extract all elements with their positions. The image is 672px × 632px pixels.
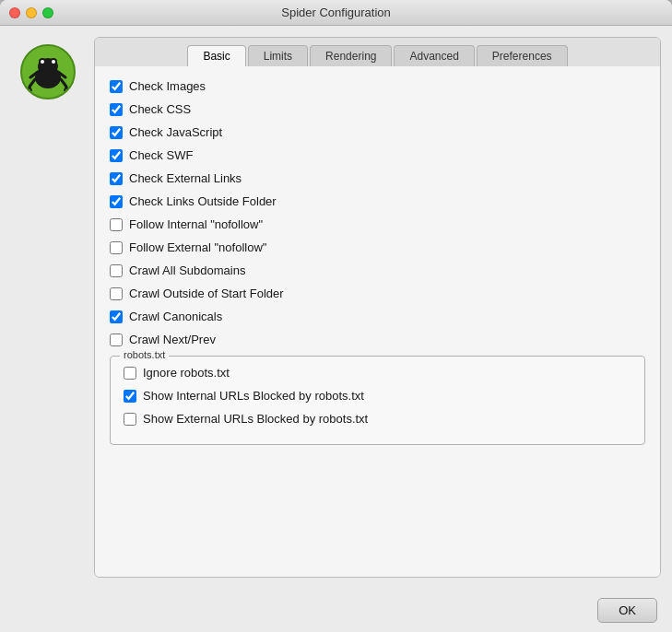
svg-line-7	[61, 79, 66, 87]
tab-content-basic: Check Images Check CSS Check JavaScript …	[95, 66, 660, 577]
label-show-external-blocked: Show External URLs Blocked by robots.txt	[143, 412, 368, 426]
traffic-lights	[9, 7, 53, 18]
label-check-swf: Check SWF	[129, 148, 193, 162]
label-check-external-links: Check External Links	[129, 171, 242, 185]
svg-point-5	[52, 60, 55, 64]
tab-limits[interactable]: Limits	[248, 45, 308, 66]
checkbox-check-links-outside-folder[interactable]	[110, 195, 123, 208]
checkbox-row-follow-internal-nofollow: Follow Internal "nofollow"	[110, 217, 645, 231]
svg-line-11	[66, 87, 68, 90]
checkbox-crawl-all-subdomains[interactable]	[110, 264, 123, 277]
footer: OK	[0, 589, 672, 632]
frog-icon	[26, 50, 70, 94]
checkbox-crawl-outside-start-folder[interactable]	[110, 287, 123, 300]
main-window: Spider Configuration	[0, 0, 672, 632]
title-bar: Spider Configuration	[0, 0, 672, 26]
checkbox-row-crawl-all-subdomains: Crawl All Subdomains	[110, 263, 645, 277]
checkbox-row-check-external-links: Check External Links	[110, 171, 645, 185]
label-follow-external-nofollow: Follow External "nofollow"	[129, 240, 266, 254]
checkbox-row-crawl-next-prev: Crawl Next/Prev	[110, 333, 645, 346]
label-crawl-all-subdomains: Crawl All Subdomains	[129, 263, 245, 277]
checkbox-row-check-css: Check CSS	[110, 102, 645, 116]
checkbox-follow-external-nofollow[interactable]	[110, 241, 123, 254]
window-title: Spider Configuration	[281, 6, 391, 19]
svg-line-6	[29, 79, 35, 87]
checkbox-row-show-external-blocked: Show External URLs Blocked by robots.txt	[124, 412, 631, 426]
label-ignore-robots: Ignore robots.txt	[143, 366, 230, 380]
content-area: Basic Limits Rendering Advanced Preferen…	[94, 37, 661, 578]
checkbox-row-check-links-outside-folder: Check Links Outside Folder	[110, 194, 645, 208]
logo-area	[11, 37, 85, 578]
checkbox-crawl-next-prev[interactable]	[110, 334, 123, 346]
checkbox-row-follow-external-nofollow: Follow External "nofollow"	[110, 240, 645, 254]
label-crawl-next-prev: Crawl Next/Prev	[129, 333, 216, 346]
label-check-javascript: Check JavaScript	[129, 125, 222, 139]
minimize-button[interactable]	[26, 7, 37, 18]
label-check-images: Check Images	[129, 79, 206, 93]
app-logo	[20, 44, 76, 99]
tab-basic[interactable]: Basic	[187, 45, 245, 66]
tab-advanced[interactable]: Advanced	[394, 45, 474, 66]
window-body: Basic Limits Rendering Advanced Preferen…	[0, 26, 672, 589]
checkbox-row-crawl-canonicals: Crawl Canonicals	[110, 310, 645, 323]
robots-group: robots.txt Ignore robots.txt Show Intern…	[110, 356, 645, 445]
checkbox-crawl-canonicals[interactable]	[110, 310, 123, 323]
tab-preferences[interactable]: Preferences	[477, 45, 568, 66]
close-button[interactable]	[9, 7, 20, 18]
checkbox-check-images[interactable]	[110, 80, 123, 93]
svg-line-9	[29, 87, 31, 90]
tab-rendering[interactable]: Rendering	[310, 45, 392, 66]
label-check-css: Check CSS	[129, 102, 191, 116]
maximize-button[interactable]	[42, 7, 53, 18]
checkbox-check-css[interactable]	[110, 103, 123, 116]
label-check-links-outside-folder: Check Links Outside Folder	[129, 194, 277, 208]
label-crawl-outside-start-folder: Crawl Outside of Start Folder	[129, 287, 284, 300]
checkbox-check-javascript[interactable]	[110, 126, 123, 139]
checkbox-ignore-robots[interactable]	[124, 367, 136, 380]
checkbox-check-external-links[interactable]	[110, 172, 123, 185]
checkbox-row-crawl-outside-start-folder: Crawl Outside of Start Folder	[110, 287, 645, 300]
label-follow-internal-nofollow: Follow Internal "nofollow"	[129, 217, 263, 231]
checkbox-show-internal-blocked[interactable]	[124, 390, 136, 403]
checkbox-show-external-blocked[interactable]	[124, 413, 136, 426]
checkbox-row-check-swf: Check SWF	[110, 148, 645, 162]
label-show-internal-blocked: Show Internal URLs Blocked by robots.txt	[143, 389, 364, 403]
checkbox-row-show-internal-blocked: Show Internal URLs Blocked by robots.txt	[124, 389, 631, 403]
tab-bar: Basic Limits Rendering Advanced Preferen…	[95, 38, 660, 66]
checkbox-row-check-javascript: Check JavaScript	[110, 125, 645, 139]
svg-point-4	[41, 60, 44, 64]
checkbox-row-ignore-robots: Ignore robots.txt	[124, 366, 631, 380]
checkbox-row-check-images: Check Images	[110, 79, 645, 93]
ok-button[interactable]: OK	[597, 598, 657, 623]
checkbox-check-swf[interactable]	[110, 149, 123, 162]
checkbox-follow-internal-nofollow[interactable]	[110, 218, 123, 231]
robots-group-legend: robots.txt	[120, 349, 169, 360]
label-crawl-canonicals: Crawl Canonicals	[129, 310, 222, 323]
